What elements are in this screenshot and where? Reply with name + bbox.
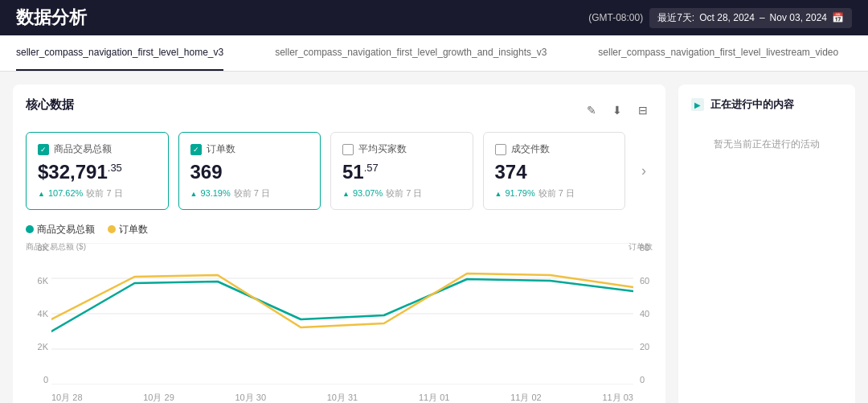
y-right-tick-40: 40: [640, 309, 653, 319]
left-panel: 核心数据 ✎ ⬇ ⊟ ✓ 商品交易总额 $32,791.35 107.6: [13, 84, 665, 403]
section-tools: ✎ ⬇ ⊟: [582, 101, 653, 120]
change-pct-deals: 91.79%: [505, 188, 534, 198]
timezone-label: (GMT-08:00): [588, 12, 643, 23]
x-label-1031: 10月 31: [327, 392, 358, 403]
checkbox-gmv[interactable]: ✓: [38, 144, 49, 155]
metrics-row: ✓ 商品交易总额 $32,791.35 107.62% 较前 7 日 ✓ 订单数: [26, 132, 653, 210]
chart-legend: 商品交易总额 订单数: [26, 223, 653, 236]
nav-tabs: seller_compass_navigation_first_level_ho…: [0, 35, 868, 72]
y-left-tick-2k: 2K: [26, 342, 48, 352]
x-label-1028: 10月 28: [51, 392, 83, 403]
metric-label-deals: 成交件数: [511, 142, 550, 156]
tab-livestream[interactable]: seller_compass_navigation_first_level_li…: [598, 35, 838, 71]
metric-change-buyers: 93.07% 较前 7 日: [342, 187, 461, 199]
change-label-deals: 较前 7 日: [538, 187, 575, 199]
settings-button[interactable]: ⊟: [633, 101, 653, 120]
header-right: (GMT-08:00) 最近7天: Oct 28, 2024 – Nov 03,…: [588, 8, 852, 28]
y-left-tick-0: 0: [26, 375, 48, 384]
checkbox-orders[interactable]: ✓: [190, 144, 202, 155]
y-right-tick-0: 0: [640, 375, 653, 384]
change-pct-orders: 93.19%: [200, 188, 230, 198]
section-title: 核心数据: [26, 97, 74, 113]
legend-dot-gmv: [26, 225, 34, 233]
main-content: 核心数据 ✎ ⬇ ⊟ ✓ 商品交易总额 $32,791.35 107.6: [0, 72, 868, 403]
change-label-gmv: 较前 7 日: [86, 187, 122, 199]
change-pct-buyers: 93.07%: [353, 188, 383, 198]
metric-change-gmv: 107.62% 较前 7 日: [38, 187, 157, 199]
change-arrow-buyers: [342, 188, 350, 198]
metric-value-buyers: 51.57: [342, 161, 461, 184]
section-header: 核心数据 ✎ ⬇ ⊟: [26, 97, 653, 122]
edit-button[interactable]: ✎: [582, 101, 601, 120]
date-range-label: 最近7天:: [657, 11, 694, 25]
legend-item-orders: 订单数: [108, 223, 148, 236]
page-title: 数据分析: [16, 6, 588, 30]
y-left-tick-8k: 8K: [26, 243, 48, 253]
change-arrow-gmv: [38, 188, 45, 198]
right-panel-title: 正在进行中的内容: [710, 97, 794, 112]
live-icon: ▶: [691, 98, 704, 111]
x-label-1030: 10月 30: [235, 392, 266, 403]
metric-change-deals: 91.79% 较前 7 日: [495, 187, 614, 199]
change-arrow-orders: [190, 188, 198, 198]
x-label-1029: 10月 29: [143, 392, 174, 403]
legend-item-gmv: 商品交易总额: [26, 223, 95, 236]
change-label-buyers: 较前 7 日: [386, 187, 422, 199]
date-separator: –: [760, 12, 765, 23]
x-label-1103: 11月 03: [602, 392, 633, 403]
metrics-nav-arrow[interactable]: ›: [635, 132, 653, 210]
x-axis-labels: 10月 28 10月 29 10月 30 10月 31 11月 01 11月 0…: [51, 392, 633, 403]
y-right-tick-60: 60: [640, 276, 653, 286]
checkbox-buyers[interactable]: [342, 144, 354, 155]
y-axis-right-labels: 80 60 40 20 0: [637, 243, 653, 384]
chart-area: 商品交易总额 ($) 订单数 8K 6K 4K 2K 0 80 60 40 20…: [26, 243, 653, 403]
metric-label-orders: 订单数: [207, 142, 235, 156]
y-left-tick-6k: 6K: [26, 276, 48, 286]
chart-svg: [51, 243, 633, 384]
legend-label-orders: 订单数: [119, 223, 148, 236]
right-panel: ▶ 正在进行中的内容 暂无当前正在进行的活动: [678, 84, 855, 403]
x-label-1102: 11月 02: [510, 392, 542, 403]
date-start: Oct 28, 2024: [699, 12, 755, 23]
date-range-selector[interactable]: 最近7天: Oct 28, 2024 – Nov 03, 2024 📅: [649, 8, 852, 28]
right-panel-header: ▶ 正在进行中的内容: [691, 97, 842, 112]
metric-change-orders: 93.19% 较前 7 日: [190, 187, 309, 199]
change-label-orders: 较前 7 日: [234, 187, 270, 199]
metric-card-gmv[interactable]: ✓ 商品交易总额 $32,791.35 107.62% 较前 7 日: [26, 132, 169, 210]
calendar-icon: 📅: [832, 12, 844, 23]
download-button[interactable]: ⬇: [608, 101, 627, 120]
checkbox-deals[interactable]: [495, 144, 506, 155]
y-right-tick-80: 80: [640, 243, 653, 253]
legend-label-gmv: 商品交易总额: [37, 223, 95, 236]
x-label-1101: 11月 01: [419, 392, 450, 403]
metric-label-gmv: 商品交易总额: [54, 142, 112, 156]
change-pct-gmv: 107.62%: [48, 188, 83, 198]
metric-card-orders[interactable]: ✓ 订单数 369 93.19% 较前 7 日: [178, 132, 321, 210]
metric-value-deals: 374: [495, 161, 614, 184]
metric-card-buyers[interactable]: 平均买家数 51.57 93.07% 较前 7 日: [330, 132, 473, 210]
metric-card-deals[interactable]: 成交件数 374 91.79% 较前 7 日: [483, 132, 626, 210]
metric-value-gmv: $32,791.35: [38, 161, 157, 184]
y-left-tick-4k: 4K: [26, 309, 48, 319]
top-bar: 数据分析 (GMT-08:00) 最近7天: Oct 28, 2024 – No…: [0, 0, 868, 35]
tab-home[interactable]: seller_compass_navigation_first_level_ho…: [16, 35, 223, 71]
y-right-tick-20: 20: [640, 342, 653, 352]
no-activity-message: 暂无当前正在进行的活动: [691, 121, 842, 167]
tab-growth[interactable]: seller_compass_navigation_first_level_gr…: [275, 35, 547, 71]
change-arrow-deals: [495, 188, 502, 198]
date-end: Nov 03, 2024: [770, 12, 827, 23]
legend-dot-orders: [108, 225, 116, 233]
metric-label-buyers: 平均买家数: [358, 142, 407, 156]
metric-value-orders: 369: [190, 161, 309, 184]
y-axis-left-labels: 8K 6K 4K 2K 0: [26, 243, 48, 384]
